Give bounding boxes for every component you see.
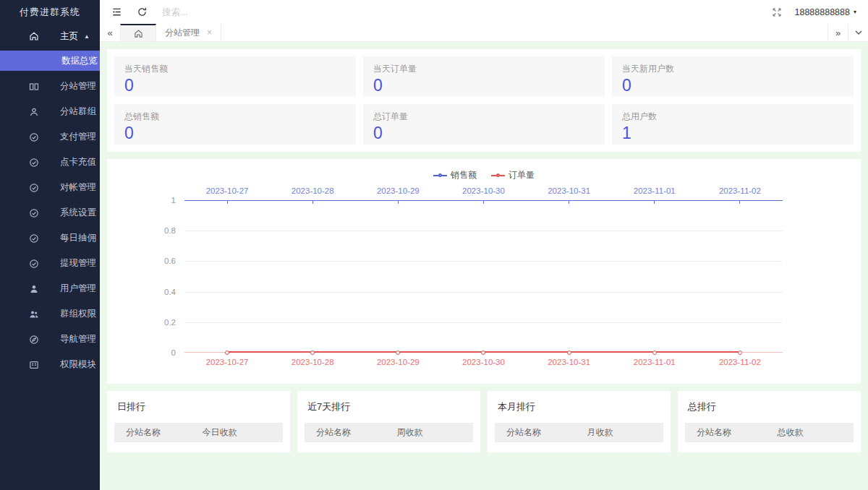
sidebar-item-home[interactable]: 主页 ▲ <box>0 25 100 48</box>
sidebar-item-card-recharge[interactable]: 点卡充值 <box>0 150 100 175</box>
top-axis-ticks <box>184 201 783 204</box>
search-input[interactable] <box>162 7 263 17</box>
sidebar-item-payment-management[interactable]: 支付管理 <box>0 124 100 150</box>
content-area: 当天销售额 0 当天订单量 0 当天新用户数 0 总销售额 0 总订单量 0 <box>100 42 868 490</box>
shield-check-icon <box>29 158 39 168</box>
shield-check-icon <box>29 208 39 218</box>
stat-label: 当天销售额 <box>124 63 346 75</box>
sidebar-item-group-permissions[interactable]: 群组权限 <box>0 301 100 327</box>
line-marker-icon <box>491 173 505 177</box>
y-tick: 1 <box>171 196 176 205</box>
sidebar-item-data-overview[interactable]: 数据总览 <box>0 51 100 71</box>
sidebar-item-label: 主页 <box>60 30 78 43</box>
rank-col-name: 分站名称 <box>495 426 571 439</box>
rankings-row: 日排行 分站名称 今日收款 近7天排行 分站名称 周收款 本月排行 <box>107 391 861 452</box>
app-title: 付费进群系统 <box>0 0 100 25</box>
rank-card-total: 总排行 分站名称 总收款 <box>678 391 861 452</box>
users-icon <box>29 309 39 319</box>
sidebar-item-daily-commission[interactable]: 每日抽佣 <box>0 225 100 251</box>
user-icon <box>29 284 39 294</box>
menu-fold-icon[interactable] <box>111 7 122 17</box>
y-tick: 0 <box>171 348 176 357</box>
stat-value: 0 <box>373 77 595 95</box>
legend-label: 销售额 <box>451 169 477 181</box>
rank-table-header: 分站名称 今日收款 <box>114 423 283 442</box>
x-tick: 2023-10-27 <box>184 186 270 195</box>
stat-value: 0 <box>124 124 346 142</box>
tabs-scroll-left-button[interactable]: « <box>100 24 120 41</box>
stat-label: 当天订单量 <box>373 63 595 75</box>
stat-card-today-new-users: 当天新用户数 0 <box>612 56 854 97</box>
stat-value: 0 <box>124 77 346 95</box>
top-header: 18888888888 ▾ <box>100 0 868 24</box>
stat-label: 总销售额 <box>124 111 346 123</box>
sidebar-item-reconciliation-management[interactable]: 对帐管理 <box>0 175 100 200</box>
legend-item-sales[interactable]: 销售额 <box>433 169 477 181</box>
legend-item-orders[interactable]: 订单量 <box>491 169 535 181</box>
tab-substation-management[interactable]: 分站管理 × <box>156 24 221 41</box>
columns-icon <box>29 82 39 92</box>
x-tick: 2023-11-01 <box>612 186 697 195</box>
x-tick: 2023-10-31 <box>527 358 612 366</box>
stat-card-total-sales: 总销售额 0 <box>114 104 356 145</box>
rank-col-name: 分站名称 <box>685 426 761 439</box>
sidebar-item-label: 点卡充值 <box>60 156 96 168</box>
line-marker-icon <box>433 173 447 177</box>
sidebar-item-system-settings[interactable]: 系统设置 <box>0 200 100 225</box>
sidebar-item-user-management[interactable]: 用户管理 <box>0 276 100 301</box>
stat-label: 当天新用户数 <box>622 63 843 75</box>
chevron-down-icon: ▾ <box>854 9 856 15</box>
tabs-scroll-right-button[interactable]: » <box>827 24 848 41</box>
sidebar-item-label: 分站管理 <box>60 80 96 93</box>
x-tick: 2023-10-28 <box>270 186 355 195</box>
y-tick: 0.8 <box>164 226 176 235</box>
rank-col-amount: 周收款 <box>380 426 440 439</box>
sidebar-item-label: 群组权限 <box>60 308 96 320</box>
user-account-dropdown[interactable]: 18888888888 ▾ <box>795 7 857 17</box>
rank-card-7days: 近7天排行 分站名称 周收款 <box>297 391 480 452</box>
sidebar-item-label: 权限模块 <box>60 358 96 371</box>
x-tick: 2023-10-30 <box>441 358 526 366</box>
y-tick: 0.4 <box>164 288 176 296</box>
sidebar-item-navigation-management[interactable]: 导航管理 <box>0 327 100 352</box>
tab-bar-right: » <box>827 24 868 41</box>
tab-label: 分站管理 <box>165 27 200 39</box>
stats-panel: 当天销售额 0 当天订单量 0 当天新用户数 0 总销售额 0 总订单量 0 <box>107 49 861 152</box>
sidebar-item-label: 导航管理 <box>60 333 96 345</box>
gridline <box>184 292 783 293</box>
stat-label: 总订单量 <box>373 111 595 123</box>
rank-title: 日排行 <box>107 400 290 413</box>
fullscreen-icon[interactable] <box>772 7 782 17</box>
tab-home[interactable] <box>120 24 156 41</box>
rank-table-header: 分站名称 月收款 <box>495 423 663 442</box>
chevron-up-icon: ▲ <box>84 33 90 40</box>
chart-plot-area: 1 0.8 0.6 0.4 0.2 0 2023-10-27 <box>184 200 783 353</box>
sidebar-item-label: 用户管理 <box>60 283 96 295</box>
gridline <box>184 261 783 262</box>
sidebar-item-label: 支付管理 <box>60 131 96 143</box>
refresh-icon[interactable] <box>137 7 148 17</box>
shield-check-icon <box>29 259 39 269</box>
sidebar-item-label: 系统设置 <box>60 207 96 219</box>
x-tick: 2023-10-29 <box>355 358 441 366</box>
rank-col-amount: 今日收款 <box>190 426 250 439</box>
sidebar-item-permission-modules[interactable]: 权限模块 <box>0 352 100 377</box>
shield-check-icon <box>29 233 39 244</box>
x-tick: 2023-10-30 <box>441 186 526 195</box>
rank-col-amount: 月收款 <box>571 426 630 439</box>
tabs-menu-button[interactable] <box>848 24 868 41</box>
stat-value: 1 <box>622 124 843 142</box>
sidebar-item-substation-management[interactable]: 分站管理 <box>0 74 100 99</box>
sidebar-item-substation-groups[interactable]: 分站群组 <box>0 99 100 124</box>
home-icon <box>134 29 143 38</box>
close-icon[interactable]: × <box>207 27 212 38</box>
user-phone: 18888888888 <box>795 7 850 17</box>
group-icon <box>29 107 39 117</box>
sidebar-item-label: 分站群组 <box>60 106 96 118</box>
rank-table-header: 分站名称 总收款 <box>685 423 854 442</box>
tab-bar: « 分站管理 × » <box>100 24 868 42</box>
compass-icon <box>29 335 39 345</box>
x-tick: 2023-10-31 <box>527 186 612 195</box>
sidebar-item-withdrawal-management[interactable]: 提现管理 <box>0 251 100 276</box>
x-tick: 2023-11-02 <box>697 358 783 366</box>
